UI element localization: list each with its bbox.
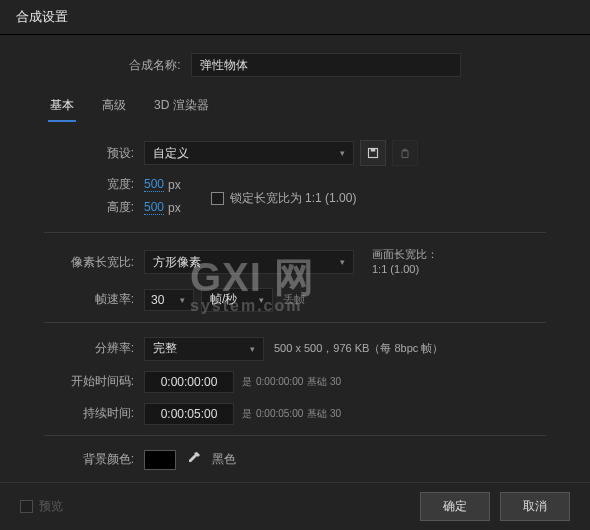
lock-aspect-checkbox[interactable] xyxy=(211,192,224,205)
resolution-label: 分辨率: xyxy=(44,340,134,357)
pixel-aspect-select[interactable]: 方形像素 ▾ xyxy=(144,250,354,274)
trash-icon xyxy=(399,147,411,159)
tab-advanced[interactable]: 高级 xyxy=(100,93,128,122)
chevron-down-icon: ▾ xyxy=(180,295,185,305)
preset-value: 自定义 xyxy=(153,145,189,162)
frame-rate-drop: 丢帧 xyxy=(283,292,305,307)
preset-select[interactable]: 自定义 ▾ xyxy=(144,141,354,165)
divider xyxy=(44,232,546,233)
frame-rate-input[interactable] xyxy=(144,289,194,311)
tab-basic[interactable]: 基本 xyxy=(48,93,76,122)
dialog-title: 合成设置 xyxy=(0,0,590,35)
delete-preset-button[interactable] xyxy=(392,140,418,166)
lock-aspect-label: 锁定长宽比为 1:1 (1.00) xyxy=(230,190,357,207)
dialog-footer: 预览 确定 取消 xyxy=(0,482,590,530)
resolution-value: 完整 xyxy=(153,340,177,357)
start-timecode-label: 开始时间码: xyxy=(44,373,134,390)
save-preset-button[interactable] xyxy=(360,140,386,166)
divider xyxy=(44,322,546,323)
comp-name-input[interactable] xyxy=(191,53,461,77)
chevron-down-icon: ▾ xyxy=(250,344,255,354)
svg-rect-1 xyxy=(371,149,376,152)
preset-label: 预设: xyxy=(44,145,134,162)
start-timecode-input[interactable] xyxy=(144,371,234,393)
height-unit: px xyxy=(168,201,181,215)
comp-name-label: 合成名称: xyxy=(129,57,180,74)
bg-color-label: 背景颜色: xyxy=(44,451,134,468)
duration-label: 持续时间: xyxy=(44,405,134,422)
resolution-info: 500 x 500，976 KB（每 8bpc 帧） xyxy=(274,341,443,356)
width-value[interactable]: 500 xyxy=(144,177,164,192)
pixel-aspect-value: 方形像素 xyxy=(153,254,201,271)
ok-button[interactable]: 确定 xyxy=(420,492,490,521)
frame-rate-unit-value: 帧/秒 xyxy=(210,291,237,308)
preview-checkbox[interactable] xyxy=(20,500,33,513)
pixel-aspect-label: 像素长宽比: xyxy=(44,254,134,271)
chevron-down-icon: ▾ xyxy=(259,295,264,305)
start-timecode-meta: 是 0:00:00:00 基础 30 xyxy=(242,375,341,389)
duration-input[interactable] xyxy=(144,403,234,425)
height-label: 高度: xyxy=(44,199,134,216)
composition-settings-dialog: 合成设置 合成名称: 基本 高级 3D 渲染器 预设: 自定义 ▾ xyxy=(0,0,590,530)
frame-rate-unit-select[interactable]: 帧/秒 ▾ xyxy=(201,288,273,312)
height-value[interactable]: 500 xyxy=(144,200,164,215)
save-icon xyxy=(367,147,379,159)
width-unit: px xyxy=(168,178,181,192)
frame-aspect-info: 画面长宽比： 1:1 (1.00) xyxy=(372,247,438,278)
chevron-down-icon: ▾ xyxy=(340,257,345,267)
bg-color-swatch[interactable] xyxy=(144,450,176,470)
bg-color-name: 黑色 xyxy=(212,451,236,468)
resolution-select[interactable]: 完整 ▾ xyxy=(144,337,264,361)
frame-rate-label: 帧速率: xyxy=(44,291,134,308)
tab-bar: 基本 高级 3D 渲染器 xyxy=(24,83,566,122)
preview-label: 预览 xyxy=(39,498,63,515)
width-label: 宽度: xyxy=(44,176,134,193)
eyedropper-icon[interactable] xyxy=(186,450,202,469)
cancel-button[interactable]: 取消 xyxy=(500,492,570,521)
tab-3d-renderer[interactable]: 3D 渲染器 xyxy=(152,93,211,122)
chevron-down-icon: ▾ xyxy=(340,148,345,158)
duration-meta: 是 0:00:05:00 基础 30 xyxy=(242,407,341,421)
divider xyxy=(44,435,546,436)
